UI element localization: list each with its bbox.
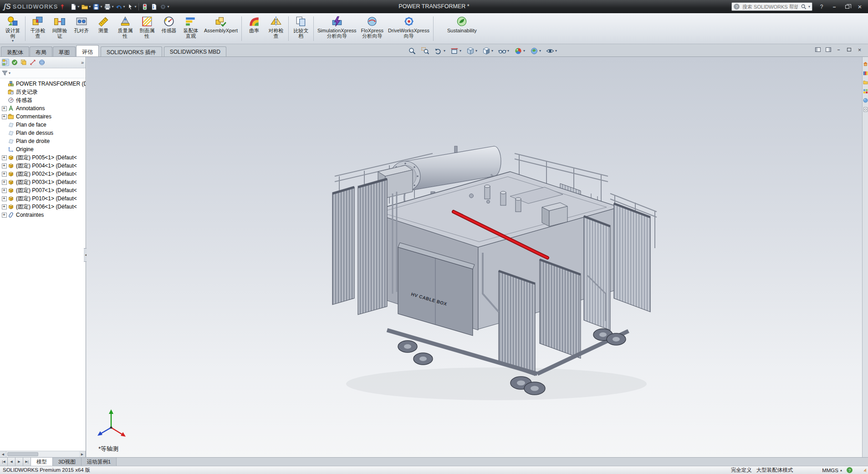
rebuild-button[interactable] <box>140 2 149 12</box>
previous-tab-button[interactable] <box>8 458 15 466</box>
expand-icon[interactable] <box>2 213 7 218</box>
select-tool-button[interactable] <box>126 2 137 12</box>
document-minimize-button[interactable] <box>835 46 842 53</box>
file-properties-button[interactable] <box>149 2 158 12</box>
view-settings-button[interactable] <box>545 46 558 56</box>
tab-solidworks-addins[interactable]: SOLIDWORKS 插件 <box>101 46 162 56</box>
graphics-viewport[interactable]: HV CABLE BOX <box>87 57 862 457</box>
tab-model[interactable]: 模型 <box>31 458 53 466</box>
floxpress-button[interactable]: FloXpress 分析向导 <box>359 14 386 43</box>
quick-tips-help-icon[interactable] <box>847 467 853 473</box>
scrollbar-thumb[interactable] <box>7 452 38 456</box>
section-view-button[interactable] <box>449 46 462 56</box>
tree-item-component-p005[interactable]: (固定) P005<1> (Défaut< <box>0 153 86 162</box>
tree-item-root-assembly[interactable]: POWER TRANSFORMER (Dé <box>0 80 86 88</box>
last-tab-button[interactable] <box>23 458 31 466</box>
compare-documents-button[interactable]: 比较文档 <box>290 14 312 43</box>
document-restore-button[interactable] <box>845 46 853 53</box>
driveworksxpress-button[interactable]: DriveWorksXpress 向导 <box>386 14 432 43</box>
custom-properties-icon[interactable] <box>863 107 868 112</box>
minimize-button[interactable] <box>828 2 841 11</box>
assemblyxpert-button[interactable]: AssemblyXpert <box>202 14 240 43</box>
zoom-to-fit-button[interactable] <box>407 46 417 56</box>
expand-icon[interactable] <box>2 204 7 209</box>
pin-icon[interactable] <box>60 4 65 10</box>
curvature-button[interactable]: 曲率 <box>243 14 265 43</box>
scroll-right-button[interactable] <box>79 451 86 457</box>
featuremanager-tab[interactable] <box>2 59 9 66</box>
simulationxpress-button[interactable]: SimulationXpress 分析向导 <box>315 14 359 43</box>
scroll-left-button[interactable] <box>0 451 6 457</box>
undo-button[interactable] <box>114 2 126 12</box>
view-palette-icon[interactable] <box>863 89 868 94</box>
measure-button[interactable]: 测量 <box>92 14 114 43</box>
model-3d-view[interactable]: HV CABLE BOX <box>87 57 862 457</box>
tree-item-front-plane[interactable]: Plan de face <box>0 121 86 129</box>
tree-item-history[interactable]: 历史记录 <box>0 88 86 96</box>
tree-item-top-plane[interactable]: Plan de dessus <box>0 129 86 137</box>
search-icon[interactable] <box>801 4 807 10</box>
edit-appearance-button[interactable] <box>513 46 526 56</box>
tree-item-component-p010[interactable]: (固定) P010<1> (Défaut< <box>0 194 86 203</box>
tree-item-sensors[interactable]: 传感器 <box>0 96 86 104</box>
tree-item-component-p003[interactable]: (固定) P003<1> (Défaut< <box>0 178 86 186</box>
tab-sketch[interactable]: 草图 <box>53 46 76 56</box>
tree-item-annotations[interactable]: Annotations <box>0 104 86 112</box>
sustainability-button[interactable]: Sustainability <box>445 14 479 43</box>
tree-item-origin[interactable]: Origine <box>0 145 86 153</box>
apply-scene-button[interactable] <box>529 46 542 56</box>
print-button[interactable] <box>103 2 114 12</box>
design-study-button[interactable]: 设计算例 <box>2 14 24 43</box>
tab-layout[interactable]: 布局 <box>30 46 52 56</box>
tab-evaluate[interactable]: 评估 <box>76 45 99 56</box>
expand-icon[interactable] <box>2 106 7 111</box>
radiator-bank-right[interactable] <box>584 204 650 330</box>
pane-right-button[interactable] <box>824 46 832 53</box>
restore-button[interactable] <box>841 2 853 11</box>
tree-item-component-p006[interactable]: (固定) P006<1> (Défaut< <box>0 203 86 211</box>
previous-view-button[interactable] <box>434 46 446 56</box>
open-document-button[interactable] <box>80 2 92 12</box>
hide-show-items-button[interactable] <box>497 46 510 56</box>
configurationmanager-tab[interactable] <box>20 59 27 66</box>
expand-icon[interactable] <box>2 196 7 201</box>
symmetry-check-button[interactable]: 对称检查 <box>265 14 287 43</box>
save-button[interactable] <box>92 2 103 12</box>
radiator-bank-left[interactable] <box>332 179 397 315</box>
tab-motion-study[interactable]: 运动算例1 <box>82 458 117 466</box>
chevron-down-icon[interactable] <box>808 5 810 9</box>
tree-item-comments[interactable]: Commentaires <box>0 112 86 121</box>
close-button[interactable] <box>853 2 866 11</box>
tree-item-component-p007[interactable]: (固定) P007<1> (Défaut< <box>0 186 86 194</box>
tab-assembly[interactable]: 装配体 <box>1 46 29 56</box>
chevron-down-icon[interactable] <box>9 71 10 75</box>
tree-item-mates[interactable]: Contraintes <box>0 211 86 219</box>
next-tab-button[interactable] <box>15 458 23 466</box>
appearances-scenes-icon[interactable] <box>863 98 868 103</box>
expand-icon[interactable] <box>2 172 7 177</box>
tab-3d-views[interactable]: 3D视图 <box>53 458 82 466</box>
tree-item-component-p002[interactable]: (固定) P002<1> (Défaut< <box>0 170 86 178</box>
tree-horizontal-scrollbar[interactable] <box>0 451 86 457</box>
expand-icon[interactable] <box>2 188 7 193</box>
expand-icon[interactable] <box>2 180 7 185</box>
design-library-icon[interactable] <box>863 71 868 76</box>
tab-solidworks-mbd[interactable]: SOLIDWORKS MBD <box>164 46 226 56</box>
document-close-button[interactable] <box>856 46 863 53</box>
interference-detection-button[interactable]: 干涉检查 <box>27 14 49 43</box>
assembly-visualization-button[interactable]: 装配体直观 <box>180 14 202 43</box>
tree-item-component-p004[interactable]: (固定) P004<1> (Défaut< <box>0 162 86 170</box>
new-document-button[interactable] <box>69 2 80 12</box>
help-button[interactable] <box>815 2 828 11</box>
zoom-to-area-button[interactable] <box>420 46 430 56</box>
displaymanager-tab[interactable] <box>38 59 46 66</box>
dimxpertmanager-tab[interactable] <box>29 59 36 66</box>
clearance-verification-button[interactable]: 间隙验证 <box>49 14 71 43</box>
search-input[interactable] <box>741 4 799 10</box>
manager-overflow-chevron[interactable] <box>81 60 84 65</box>
options-button[interactable] <box>158 2 170 12</box>
first-tab-button[interactable] <box>0 458 8 466</box>
mass-properties-button[interactable]: 质量属性 <box>114 14 136 43</box>
propertymanager-tab[interactable] <box>11 59 18 66</box>
section-properties-button[interactable]: 剖面属性 <box>136 14 158 43</box>
